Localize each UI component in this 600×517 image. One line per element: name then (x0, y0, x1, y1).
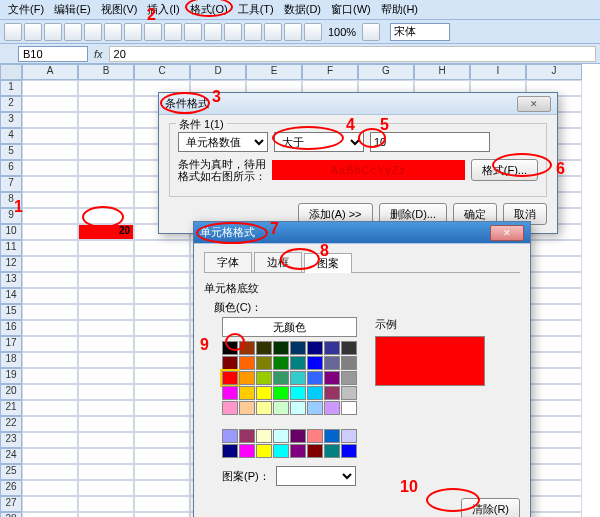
cell[interactable] (526, 416, 582, 432)
tab-border[interactable]: 边框 (254, 252, 302, 272)
row-header[interactable]: 14 (0, 288, 22, 304)
cell[interactable] (78, 496, 134, 512)
condition-operator-select[interactable]: 大于 (274, 132, 364, 152)
row-header[interactable]: 18 (0, 352, 22, 368)
save-icon[interactable] (44, 23, 62, 41)
color-swatch[interactable] (341, 429, 357, 443)
row-header[interactable]: 8 (0, 192, 22, 208)
format-button[interactable]: 格式(F)... (471, 159, 538, 181)
cell[interactable] (22, 320, 78, 336)
row-header[interactable]: 2 (0, 96, 22, 112)
cell[interactable] (22, 416, 78, 432)
cell[interactable] (22, 80, 78, 96)
cell[interactable] (22, 304, 78, 320)
color-swatch[interactable] (239, 356, 255, 370)
new-icon[interactable] (4, 23, 22, 41)
cell[interactable] (134, 320, 190, 336)
menu-tools[interactable]: 工具(T) (234, 1, 278, 18)
cell[interactable] (22, 480, 78, 496)
cell[interactable] (78, 240, 134, 256)
cell[interactable] (22, 272, 78, 288)
color-swatch[interactable] (256, 401, 272, 415)
cell[interactable] (78, 368, 134, 384)
menu-data[interactable]: 数据(D) (280, 1, 325, 18)
cell[interactable] (22, 368, 78, 384)
row-header[interactable]: 23 (0, 432, 22, 448)
cell[interactable] (526, 352, 582, 368)
menu-format[interactable]: 格式(O) (186, 1, 232, 18)
undo-icon[interactable] (184, 23, 202, 41)
preview-icon[interactable] (84, 23, 102, 41)
row-header[interactable]: 11 (0, 240, 22, 256)
cell[interactable] (134, 416, 190, 432)
col-header[interactable]: D (190, 64, 246, 80)
cell[interactable] (22, 192, 78, 208)
color-swatch[interactable] (273, 371, 289, 385)
color-swatch[interactable] (324, 341, 340, 355)
cell[interactable] (22, 432, 78, 448)
row-header[interactable]: 17 (0, 336, 22, 352)
help-icon[interactable] (362, 23, 380, 41)
cell[interactable] (526, 512, 582, 517)
cell[interactable] (134, 480, 190, 496)
cell[interactable] (22, 144, 78, 160)
name-box[interactable]: B10 (18, 46, 88, 62)
cell[interactable] (526, 448, 582, 464)
close-icon[interactable]: ✕ (517, 96, 551, 112)
clear-button[interactable]: 清除(R) (461, 498, 520, 517)
menu-insert[interactable]: 插入(I) (143, 1, 183, 18)
fx-icon[interactable]: fx (94, 48, 103, 60)
cell[interactable] (22, 512, 78, 517)
menu-file[interactable]: 文件(F) (4, 1, 48, 18)
row-header[interactable]: 13 (0, 272, 22, 288)
row-header[interactable]: 12 (0, 256, 22, 272)
menu-window[interactable]: 窗口(W) (327, 1, 375, 18)
color-swatch[interactable] (307, 341, 323, 355)
redo-icon[interactable] (204, 23, 222, 41)
cell[interactable] (78, 464, 134, 480)
cell[interactable] (78, 112, 134, 128)
cell[interactable] (22, 176, 78, 192)
color-swatch[interactable] (222, 341, 238, 355)
paste-icon[interactable] (164, 23, 182, 41)
cell[interactable]: 20 (78, 224, 134, 240)
row-header[interactable]: 25 (0, 464, 22, 480)
cell[interactable] (526, 400, 582, 416)
chart-icon[interactable] (304, 23, 322, 41)
cell[interactable] (526, 368, 582, 384)
color-swatch[interactable] (341, 356, 357, 370)
color-swatch[interactable] (256, 371, 272, 385)
cell[interactable] (526, 240, 582, 256)
menu-help[interactable]: 帮助(H) (377, 1, 422, 18)
cell[interactable] (22, 352, 78, 368)
cell[interactable] (78, 384, 134, 400)
color-swatch[interactable] (324, 371, 340, 385)
pattern-select[interactable] (276, 466, 356, 486)
cell[interactable] (134, 432, 190, 448)
color-swatch[interactable] (222, 444, 238, 458)
color-swatch[interactable] (239, 371, 255, 385)
formula-input[interactable]: 20 (109, 46, 596, 62)
color-swatch[interactable] (290, 356, 306, 370)
cell[interactable] (22, 96, 78, 112)
color-swatch[interactable] (222, 401, 238, 415)
sort-asc-icon[interactable] (264, 23, 282, 41)
cell[interactable] (22, 208, 78, 224)
color-swatch[interactable] (341, 401, 357, 415)
row-header[interactable]: 4 (0, 128, 22, 144)
cell[interactable] (134, 400, 190, 416)
cell[interactable] (526, 288, 582, 304)
cell[interactable] (134, 288, 190, 304)
cell[interactable] (78, 512, 134, 517)
color-swatch[interactable] (290, 371, 306, 385)
col-header[interactable]: E (246, 64, 302, 80)
row-header[interactable]: 16 (0, 320, 22, 336)
cell[interactable] (526, 320, 582, 336)
row-header[interactable]: 27 (0, 496, 22, 512)
cell[interactable] (78, 288, 134, 304)
tab-pattern[interactable]: 图案 (304, 253, 352, 273)
col-header[interactable]: F (302, 64, 358, 80)
cell[interactable] (22, 336, 78, 352)
color-swatch[interactable] (341, 371, 357, 385)
color-swatch[interactable] (290, 341, 306, 355)
